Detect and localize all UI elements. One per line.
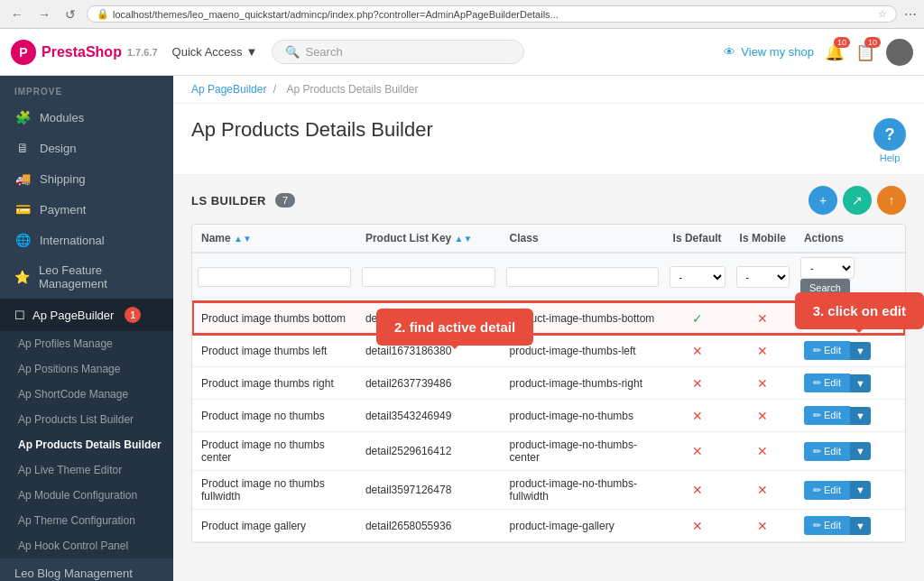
sort-icon-key[interactable]: ▲▼ — [455, 234, 473, 244]
cell-key: detail2775455955 — [356, 301, 501, 335]
filter-mobile-select[interactable]: - Yes No — [736, 266, 790, 288]
filter-row: - Yes No - Yes No — [192, 253, 905, 301]
edit-button[interactable]: ✏ Edit — [804, 374, 850, 392]
edit-wrapper: ✏ Edit ▼ — [804, 374, 896, 392]
filter-col5-select[interactable]: - — [800, 257, 855, 279]
sidebar-item-ap-theme-config[interactable]: Ap Theme Configuration — [0, 508, 173, 533]
cross-icon: ✕ — [692, 444, 703, 458]
sidebar-item-ap-module-config[interactable]: Ap Module Configuration — [0, 483, 173, 508]
edit-wrapper: ✏ Edit ▼ — [804, 341, 896, 360]
cell-class: product-image-no-thumbs-center — [501, 432, 664, 471]
edit-dropdown-button[interactable]: ▼ — [850, 517, 871, 535]
cell-is-mobile: ✕ — [731, 432, 795, 471]
edit-dropdown-button[interactable]: ▼ — [850, 374, 871, 392]
refresh-button[interactable]: ↺ — [61, 5, 79, 23]
edit-dropdown-button[interactable]: ▼ — [850, 481, 871, 499]
forward-button[interactable]: → — [34, 5, 54, 23]
sidebar-item-shipping[interactable]: 🚚 Shipping — [0, 163, 173, 194]
view-shop-button[interactable]: 👁 View my shop — [724, 45, 814, 59]
notification-tasks[interactable]: 📋 10 — [855, 42, 875, 62]
brand-name: PrestaShop — [42, 44, 122, 60]
top-search-bar[interactable]: 🔍 Search — [272, 40, 524, 64]
app: P PrestaShop 1.7.6.7 Quick Access ▼ 🔍 Se… — [0, 29, 924, 581]
edit-wrapper: ✏ Edit ▼ — [804, 309, 896, 327]
sidebar-item-modules[interactable]: 🧩 Modules — [0, 102, 173, 133]
table-row: Product image no thumbs center detail252… — [192, 432, 905, 471]
sidebar-item-ap-positions[interactable]: Ap Positions Manage — [0, 356, 173, 382]
import-button[interactable]: ↑ — [877, 186, 906, 215]
sidebar-item-ap-live-theme[interactable]: Ap Live Theme Editor — [0, 457, 173, 483]
sidebar-item-payment[interactable]: 💳 Payment — [0, 194, 173, 225]
quick-access-menu[interactable]: Quick Access ▼ — [172, 45, 258, 59]
cell-is-mobile: ✕ — [731, 367, 795, 400]
sidebar-item-international[interactable]: 🌐 International — [0, 225, 173, 255]
edit-button[interactable]: ✏ Edit — [804, 516, 850, 535]
puzzle-icon: 🧩 — [14, 110, 31, 124]
cross-icon: ✕ — [692, 409, 703, 423]
edit-button[interactable]: ✏ Edit — [804, 481, 850, 500]
filter-class-input[interactable] — [506, 267, 659, 287]
breadcrumb-separator: / — [273, 83, 276, 96]
help-label: Help — [880, 152, 901, 163]
sidebar-item-ap-profiles[interactable]: Ap Profiles Manage — [0, 331, 173, 356]
sidebar-item-design[interactable]: 🖥 Design — [0, 133, 173, 163]
sidebar-item-ap-products-list[interactable]: Ap Products List Builder — [0, 407, 173, 432]
edit-button[interactable]: ✏ Edit — [804, 406, 850, 425]
edit-dropdown-button[interactable]: ▼ — [850, 442, 871, 460]
builder-area: 2. find active detail 3. click on edit L… — [173, 175, 924, 554]
notification-bell[interactable]: 🔔 10 — [825, 42, 845, 62]
cell-name: Product image no thumbs center — [192, 432, 356, 471]
sidebar-item-ap-products-details[interactable]: Ap Products Details Builder — [0, 432, 173, 457]
help-circle-icon: ? — [873, 118, 906, 151]
notif1-count: 10 — [834, 37, 850, 48]
user-avatar[interactable] — [886, 39, 913, 66]
table-row: Product image no thumbs fullwidth detail… — [192, 471, 905, 510]
cell-is-mobile: ✕ — [731, 335, 795, 367]
sidebar-item-leo-feature[interactable]: ⭐ Leo Feature Management — [0, 255, 173, 299]
sidebar-item-ap-shortcode[interactable]: Ap ShortCode Manage — [0, 382, 173, 407]
help-button[interactable]: ? Help — [873, 118, 906, 163]
chevron-down-icon: ▼ — [246, 45, 258, 59]
edit-dropdown-button[interactable]: ▼ — [850, 407, 871, 425]
url-text: localhost/themes/leo_maeno_quickstart/ad… — [113, 9, 559, 20]
check-icon: ✓ — [692, 311, 703, 326]
edit-button[interactable]: ✏ Edit — [804, 442, 850, 461]
breadcrumb-parent[interactable]: Ap PageBuilder — [191, 83, 266, 96]
filter-search-button[interactable]: Search — [800, 279, 850, 297]
sort-icon-name[interactable]: ▲▼ — [234, 234, 252, 244]
back-button[interactable]: ← — [7, 5, 27, 23]
url-bar[interactable]: 🔒 localhost/themes/leo_maeno_quickstart/… — [87, 5, 897, 23]
col-class: Class — [501, 225, 664, 253]
cross-icon: ✕ — [757, 444, 768, 458]
table-header-row: Name ▲▼ Product List Key ▲▼ Class — [192, 225, 905, 253]
cell-is-default: ✕ — [664, 367, 731, 400]
brand-version: 1.7.6.7 — [127, 47, 158, 58]
sidebar-item-leo-blog[interactable]: Leo Blog Management — [0, 558, 173, 581]
leo-feature-label: Leo Feature Management — [39, 263, 159, 290]
table-row: Product image no thumbs detail3543246949… — [192, 400, 905, 432]
cell-actions: ✏ Edit ▼ — [795, 400, 905, 432]
table-row: Product image thumbs left detail16731863… — [192, 335, 905, 367]
filter-default-select[interactable]: - Yes No — [670, 266, 725, 288]
ap-live-theme-label: Ap Live Theme Editor — [18, 464, 122, 476]
cell-key: detail3597126478 — [356, 471, 501, 510]
table-row: Product image thumbs bottom detail277545… — [192, 301, 905, 335]
ap-hook-control-label: Ap Hook Control Panel — [18, 540, 128, 552]
edit-dropdown-button[interactable]: ▼ — [850, 342, 871, 360]
view-shop-label: View my shop — [741, 45, 814, 59]
sidebar-item-ap-hook-control[interactable]: Ap Hook Control Panel — [0, 533, 173, 558]
star-icon: ⭐ — [14, 270, 30, 284]
filter-key-input[interactable] — [362, 267, 495, 287]
add-button[interactable]: + — [808, 186, 837, 215]
edit-dropdown-button[interactable]: ▼ — [850, 309, 871, 327]
page-header: Ap Products Details Builder ? Help — [173, 104, 924, 175]
edit-button[interactable]: ✏ Edit — [804, 309, 850, 327]
filter-name-input[interactable] — [198, 267, 351, 287]
col-name: Name ▲▼ — [192, 225, 356, 253]
star-icon: ☆ — [878, 8, 887, 20]
cross-icon: ✕ — [757, 376, 768, 391]
sidebar-item-ap-pagebuilder[interactable]: ☐ Ap PageBuilder 1 — [0, 299, 173, 331]
export-button[interactable]: ↗ — [843, 186, 872, 215]
edit-button[interactable]: ✏ Edit — [804, 341, 850, 360]
ap-profiles-label: Ap Profiles Manage — [18, 337, 113, 350]
